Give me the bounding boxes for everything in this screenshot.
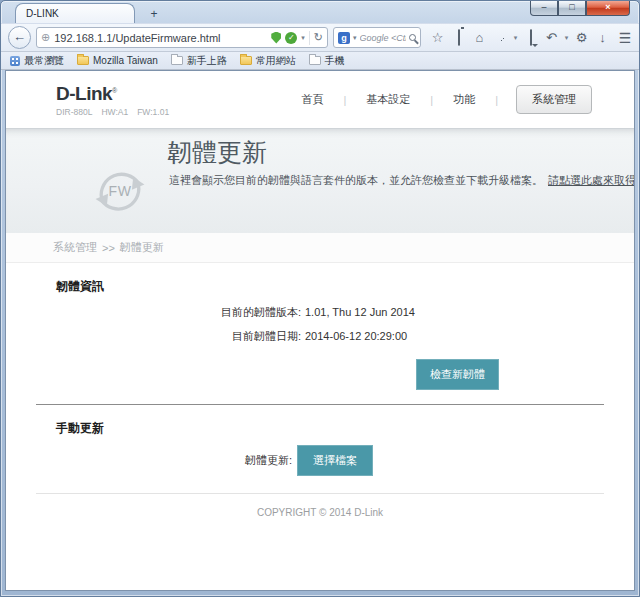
bookmark-most-visited[interactable]: 最常瀏覽 [10, 54, 64, 68]
page-favicon-globe-icon: ⊕ [41, 31, 50, 44]
section-title-firmware-info: 韌體資訊 [56, 278, 606, 295]
reload-icon[interactable]: ↻ [314, 31, 323, 44]
copyright-text: COPYRIGHT © 2014 D-Link [34, 507, 606, 518]
registered-mark: ® [112, 86, 117, 93]
manual-update-row: 韌體更新: 選擇檔案 [56, 445, 606, 476]
shield-icon[interactable] [271, 32, 281, 44]
close-button[interactable]: × [586, 1, 630, 16]
gear-icon[interactable]: ⚙ [571, 30, 592, 45]
check-row: 檢查新韌體 [416, 359, 606, 390]
hamburger-menu-icon[interactable]: ☰ [613, 30, 637, 46]
nav-item-basic-settings[interactable]: 基本設定 [346, 86, 430, 113]
footer-divider [36, 493, 604, 494]
bookmark-label: 常用網站 [256, 54, 296, 68]
bookmarks-menu-icon[interactable] [448, 30, 469, 45]
search-engine-caret-icon[interactable]: ▾ [353, 34, 357, 42]
breadcrumb: 系統管理 >> 韌體更新 [6, 233, 634, 263]
bookmark-label: 新手上路 [187, 54, 227, 68]
manual-update-section: 手動更新 韌體更新: 選擇檔案 [34, 420, 606, 476]
feedback-bubble-icon[interactable] [520, 30, 541, 45]
nav-separator: | [495, 94, 498, 106]
breadcrumb-page: 韌體更新 [120, 240, 164, 255]
undo-dropdown-caret-icon[interactable]: ▾ [562, 34, 571, 42]
logo-text: D-Link [56, 83, 112, 104]
choose-file-button[interactable]: 選擇檔案 [297, 445, 373, 476]
firmware-version-row: 目前的韌體版本: 1.01, Thu 12 Jun 2014 [56, 305, 606, 319]
bookmark-common-sites[interactable]: 常用網站 [240, 54, 296, 68]
section-title-manual-update: 手動更新 [56, 420, 606, 437]
hero-banner: FW 韌體更新 這裡會顯示您目前的韌體與語言套件的版本，並允許您檢查並下載升級檔… [6, 128, 634, 233]
page-title: 韌體更新 [167, 136, 267, 169]
model-number: DIR-880L [56, 107, 92, 117]
minimize-button[interactable]: – [530, 1, 558, 16]
viewport-frame: D-Link® DIR-880L HW:A1 FW:1.01 首頁 | 基本設定… [1, 70, 639, 596]
navigation-toolbar: ← ⊕ 192.168.1.1/UpdateFirmware.html ✓ ▾ … [1, 23, 639, 52]
folder-icon [77, 56, 89, 65]
logo-block: D-Link® DIR-880L HW:A1 FW:1.01 [56, 83, 169, 117]
browser-tab[interactable]: D-LINK [15, 3, 135, 23]
help-link[interactable]: 請點選此處來取得協助。 [548, 174, 635, 186]
undo-icon[interactable]: ↶ [541, 30, 562, 45]
section-divider [36, 404, 604, 405]
page-description: 這裡會顯示您目前的韌體與語言套件的版本，並允許您檢查並下載升級檔案。請點選此處來… [169, 173, 635, 188]
model-line: DIR-880L HW:A1 FW:1.01 [56, 107, 169, 117]
bookmarks-bar: 最常瀏覽 Mozilla Taiwan 新手上路 常用網站 手機 [1, 52, 639, 70]
browser-window: D-LINK + – □ × ← ⊕ 192.168.1.1/UpdateFir… [0, 0, 640, 597]
maximize-button[interactable]: □ [558, 1, 586, 16]
firmware-date-label: 目前韌體日期: [56, 329, 301, 343]
crop-dropdown-caret-icon[interactable]: ▾ [511, 34, 520, 42]
firmware-info-section: 韌體資訊 目前的韌體版本: 1.01, Thu 12 Jun 2014 目前韌體… [34, 278, 606, 390]
bookmark-getting-started[interactable]: 新手上路 [171, 54, 227, 68]
bookmark-mobile[interactable]: 手機 [309, 54, 345, 68]
site-nav: 首頁 | 基本設定 | 功能 | 系統管理 [281, 85, 592, 114]
url-text[interactable]: 192.168.1.1/UpdateFirmware.html [54, 32, 267, 44]
folder-icon [240, 56, 252, 65]
hardware-version: HW:A1 [101, 107, 128, 117]
bookmark-label: Mozilla Taiwan [93, 55, 158, 66]
google-icon[interactable]: g [338, 32, 350, 44]
dlink-logo: D-Link® [56, 83, 169, 105]
nav-item-home[interactable]: 首頁 [281, 86, 343, 113]
url-bar[interactable]: ⊕ 192.168.1.1/UpdateFirmware.html ✓ ▾ ↻ [36, 27, 328, 48]
firmware-date-value: 2014-06-12 20:29:00 [305, 329, 407, 343]
speech-bubble-icon [530, 29, 532, 46]
new-tab-button[interactable]: + [140, 7, 168, 23]
bookmark-star-icon[interactable]: ☆ [427, 30, 448, 45]
search-input[interactable]: Google <Ctrl+K> [360, 33, 406, 43]
description-text: 這裡會顯示您目前的韌體與語言套件的版本，並允許您檢查並下載升級檔案。 [169, 174, 543, 186]
back-button[interactable]: ← [8, 26, 31, 49]
bookmark-label: 最常瀏覽 [24, 54, 64, 68]
router-admin-page: D-Link® DIR-880L HW:A1 FW:1.01 首頁 | 基本設定… [5, 70, 635, 591]
grid-icon [10, 56, 20, 66]
search-box[interactable]: g ▾ Google <Ctrl+K> [333, 27, 421, 48]
tab-title: D-LINK [26, 8, 59, 19]
bookmark-label: 手機 [325, 54, 345, 68]
bookmark-mozilla-taiwan[interactable]: Mozilla Taiwan [77, 55, 158, 66]
url-bar-divider [309, 31, 310, 45]
breadcrumb-separator: >> [102, 242, 115, 254]
firmware-version-label: 目前的韌體版本: [56, 305, 301, 319]
download-icon[interactable]: ↓ [592, 30, 613, 45]
firmware-refresh-icon: FW [87, 158, 153, 224]
nav-item-management[interactable]: 系統管理 [516, 85, 592, 114]
tab-bar: D-LINK + – □ × [1, 1, 639, 23]
search-icon[interactable] [409, 34, 416, 41]
firmware-update-label: 韌體更新: [56, 453, 292, 468]
firmware-version: FW:1.01 [137, 107, 169, 117]
clipboard-icon [458, 29, 460, 46]
toolbar-icons: ☆ ⌂ ▾ ↶ ▾ ⚙ ↓ ☰ [427, 30, 637, 46]
main-content: 韌體資訊 目前的韌體版本: 1.01, Thu 12 Jun 2014 目前韌體… [6, 263, 634, 590]
nav-item-features[interactable]: 功能 [433, 86, 495, 113]
adblock-check-icon[interactable]: ✓ [285, 32, 297, 44]
home-icon[interactable]: ⌂ [469, 30, 490, 45]
window-controls: – □ × [530, 1, 630, 16]
firmware-date-row: 目前韌體日期: 2014-06-12 20:29:00 [56, 329, 606, 343]
firmware-version-value: 1.01, Thu 12 Jun 2014 [305, 305, 415, 319]
url-dropdown-caret-icon[interactable]: ▾ [301, 34, 305, 42]
folder-outline-icon [309, 56, 321, 65]
breadcrumb-section: 系統管理 [53, 240, 97, 255]
check-new-firmware-button[interactable]: 檢查新韌體 [416, 359, 499, 390]
site-header: D-Link® DIR-880L HW:A1 FW:1.01 首頁 | 基本設定… [6, 71, 634, 128]
fw-label: FW [87, 158, 153, 224]
folder-outline-icon [171, 56, 183, 65]
